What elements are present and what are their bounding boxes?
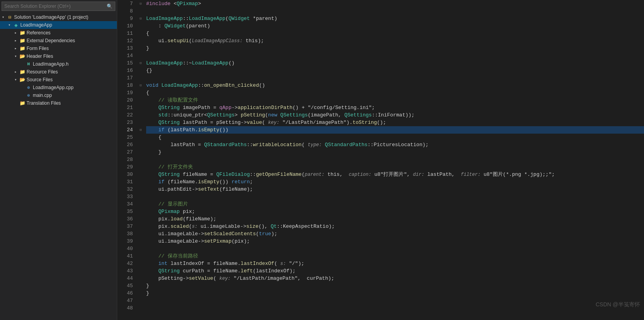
code-line[interactable]: {	[146, 30, 644, 37]
sidebar-item-external-deps[interactable]: ▸📁External Dependencies	[0, 37, 117, 45]
line-number: 12	[117, 37, 133, 45]
code-line[interactable]: // 显示图片	[146, 200, 644, 208]
sidebar-item-label: LoadImageApp.cpp	[32, 85, 73, 90]
code-line[interactable]	[146, 52, 644, 59]
sidebar-item-references[interactable]: ▸📁References	[0, 29, 117, 37]
sidebar-item-label: Header Files	[26, 54, 53, 59]
code-area[interactable]: 7891011121314151617181920212223242526272…	[117, 0, 644, 320]
code-line[interactable]: std::unique_ptr<QSettings> pSetting(new …	[146, 111, 644, 119]
tree-arrow[interactable]: ▾	[13, 54, 19, 59]
sidebar-item-project[interactable]: ▾◈LoadImageApp	[0, 21, 117, 29]
code-line[interactable]: ui.imageLable->setPixmap(pix);	[146, 238, 644, 245]
fold-icon[interactable]: ⊟	[140, 16, 141, 21]
sidebar-item-source-files[interactable]: ▾📂Source Files	[0, 76, 117, 84]
code-line[interactable]: // 保存当前路径	[146, 252, 644, 260]
tree-item-icon-folder: 📁	[19, 46, 26, 52]
search-input[interactable]	[4, 4, 105, 9]
line-number: 34	[117, 200, 133, 208]
code-line[interactable]	[146, 156, 644, 163]
line-number: 32	[117, 186, 133, 193]
code-line[interactable]: int lastIndexOf = fileName.lastIndexOf( …	[146, 260, 644, 267]
code-line[interactable]	[146, 245, 644, 252]
tree-item-icon-solution: ⊟	[6, 14, 13, 20]
code-content[interactable]: #include <QPixmap>LoadImageApp::LoadImag…	[145, 0, 644, 320]
sidebar-item-loadimageapp-h[interactable]: HLoadImageApp.h	[0, 60, 117, 68]
line-number: 21	[117, 104, 133, 111]
gutter-line: ⊟	[137, 126, 145, 134]
tree-arrow[interactable]: ▾	[6, 23, 13, 27]
code-line[interactable]: pix.load(fileName);	[146, 215, 644, 223]
code-line[interactable]: // 读取配置文件	[146, 97, 644, 104]
sidebar-item-main-cpp[interactable]: ⊕main.cpp	[0, 91, 117, 99]
code-line[interactable]: ui.imageLable->setScaledContents(true);	[146, 230, 644, 238]
code-line[interactable]: if (fileName.isEmpty()) return;	[146, 178, 644, 186]
gutter-line	[137, 297, 145, 304]
code-line[interactable]	[146, 7, 644, 15]
gutter-line	[137, 260, 145, 267]
sidebar-item-translation-files[interactable]: 📁Translation Files	[0, 99, 117, 107]
code-line[interactable]: {	[146, 89, 644, 97]
code-line[interactable]: ui.setupUi(LoadImageAppClass: this);	[146, 37, 644, 45]
gutter-line	[137, 304, 145, 312]
code-line[interactable]: ui.pathEdit->setText(fileName);	[146, 186, 644, 193]
code-line[interactable]: pSetting->setValue( key: "/LastPath/imag…	[146, 275, 644, 282]
code-line[interactable]: if (lastPath.isEmpty())	[146, 126, 644, 134]
code-line[interactable]: QString imagePath = qApp->applicationDir…	[146, 104, 644, 111]
sidebar-item-loadimageapp-cpp[interactable]: ⊕LoadImageApp.cpp	[0, 84, 117, 91]
line-number: 30	[117, 171, 133, 178]
line-number: 33	[117, 193, 133, 200]
code-line[interactable]: QString lastPath = pSetting->value( key:…	[146, 119, 644, 126]
code-line[interactable]: LoadImageApp::~LoadImageApp()	[146, 59, 644, 67]
line-number: 18	[117, 82, 133, 89]
code-line[interactable]: {}	[146, 67, 644, 74]
code-line[interactable]: }	[146, 282, 644, 290]
tree-arrow[interactable]: ▸	[13, 30, 19, 35]
sidebar-item-header-files[interactable]: ▾📂Header Files	[0, 52, 117, 60]
line-numbers: 7891011121314151617181920212223242526272…	[117, 0, 137, 320]
watermark: CSDN @半笺寄怀	[596, 301, 640, 308]
sidebar-item-form-files[interactable]: ▸📁Form Files	[0, 45, 117, 52]
tree-arrow[interactable]: ▾	[0, 15, 6, 20]
code-line[interactable]: : QWidget(parent)	[146, 22, 644, 30]
code-line[interactable]: QString curPath = fileName.left(lastInde…	[146, 267, 644, 275]
line-number: 45	[117, 282, 133, 290]
sidebar-item-label: Resource Files	[26, 69, 58, 75]
line-number: 10	[117, 22, 133, 30]
gutter-line	[137, 119, 145, 126]
code-line[interactable]: }	[146, 148, 644, 156]
sidebar-item-solution[interactable]: ▾⊟Solution 'LoadImageApp' (1 project)	[0, 13, 117, 21]
line-number: 28	[117, 156, 133, 163]
sidebar-item-resource-files[interactable]: ▸📁Resource Files	[0, 68, 117, 76]
code-line[interactable]: #include <QPixmap>	[146, 0, 644, 7]
gutter-line	[137, 156, 145, 163]
code-line[interactable]	[146, 193, 644, 200]
tree-arrow[interactable]: ▾	[13, 77, 19, 82]
fold-icon[interactable]: ⊟	[140, 2, 141, 6]
fold-icon[interactable]: ⊟	[140, 83, 141, 88]
search-bar[interactable]: 🔍	[2, 2, 115, 11]
tree-arrow[interactable]: ▸	[13, 70, 19, 74]
line-number: 42	[117, 260, 133, 267]
fold-icon[interactable]: ⊟	[140, 61, 141, 65]
line-number: 8	[117, 7, 133, 15]
code-line[interactable]: }	[146, 290, 644, 297]
tree-arrow[interactable]: ▸	[13, 38, 19, 43]
code-line[interactable]: // 打开文件夹	[146, 163, 644, 171]
fold-icon[interactable]: ⊟	[140, 128, 141, 132]
tree-arrow[interactable]: ▸	[13, 46, 19, 51]
code-line[interactable]	[146, 297, 644, 304]
code-line[interactable]	[146, 304, 644, 312]
code-line[interactable]: LoadImageApp::LoadImageApp(QWidget *pare…	[146, 15, 644, 22]
code-line[interactable]: }	[146, 45, 644, 52]
code-line[interactable]: {	[146, 134, 644, 141]
code-line[interactable]: lastPath = QStandardPaths::writableLocat…	[146, 141, 644, 148]
code-line[interactable]: QPixmap pix;	[146, 208, 644, 215]
tree-item-icon-project: ◈	[13, 22, 20, 29]
code-line[interactable]: QString fileName = QFileDialog::getOpenF…	[146, 171, 644, 178]
line-number: 9	[117, 15, 133, 22]
code-line[interactable]: pix.scaled(s: ui.imageLable->size(), Qt:…	[146, 223, 644, 230]
code-line[interactable]	[146, 74, 644, 82]
gutter-line	[137, 208, 145, 215]
gutter-line	[137, 193, 145, 200]
code-line[interactable]: void LoadImageApp::on_openBtn_clicked()	[146, 82, 644, 89]
